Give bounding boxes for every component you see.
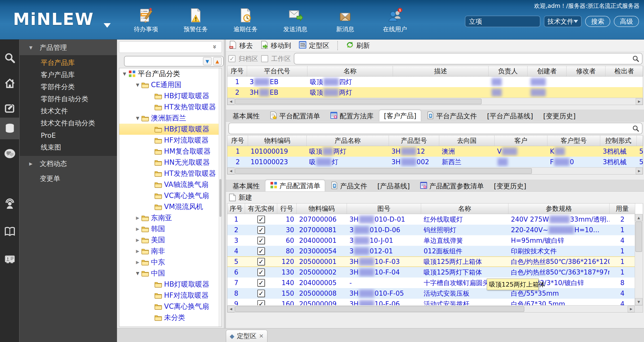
column-header[interactable]: 行号	[277, 203, 297, 214]
tree-node[interactable]: ▶韩国	[119, 223, 222, 234]
search-icon[interactable]	[632, 125, 639, 132]
tree-node[interactable]: 未分类	[119, 312, 222, 323]
column-header[interactable]: 控制形式	[600, 135, 637, 146]
close-icon[interactable]: ✕	[259, 333, 263, 339]
tree-node[interactable]: VA轴流换气扇	[119, 179, 222, 190]
table-row[interactable]: 3✓602040000013███10-J-01单边直线弹簧H=95mm/镀白锌…	[227, 235, 635, 246]
tool-warning-task[interactable]: 预警任务	[177, 8, 215, 33]
nav-item[interactable]: 线束图	[20, 141, 117, 153]
panel-splitter[interactable]	[224, 40, 226, 328]
tree-node[interactable]: ▼平台产品分类	[119, 68, 222, 79]
column-header[interactable]	[637, 135, 643, 146]
tab[interactable]: [产品基线]	[373, 181, 414, 191]
column-header[interactable]: 去向国	[439, 135, 495, 146]
tab[interactable]: 配置方法库	[326, 111, 378, 121]
instance-checkbox[interactable]: ✓	[257, 268, 265, 276]
table-row[interactable]: 2101000023吸███灯3H███002新西兰██F███03档机械5	[227, 157, 643, 167]
tool-online-users[interactable]: 1在线用户	[376, 8, 414, 33]
scroll-thumb[interactable]	[235, 168, 532, 174]
tool-new-message[interactable]: 新消息	[326, 8, 364, 33]
table-row[interactable]: 13███EB吸顶███四灯█████	[227, 77, 643, 87]
tab[interactable]: 平台产品文件	[422, 111, 481, 121]
expand-closed-icon[interactable]: ▶	[134, 226, 141, 231]
tree-node[interactable]: HT发热管取暖器	[119, 168, 222, 179]
column-header[interactable]: 参数规格	[508, 203, 610, 214]
table-row[interactable]: 7✓140204000005-十字槽自攻螺钉扁圆头（T...JIS B 1122…	[227, 278, 635, 288]
toolbar-refresh[interactable]: 刷新	[346, 41, 370, 50]
table-row[interactable]: 8✓1502050000083H███010-F-05活动式安装压板白色/55*…	[227, 288, 635, 299]
scroll-thumb[interactable]	[235, 306, 524, 312]
column-header[interactable]: 客户	[495, 135, 547, 146]
scroll-down-icon[interactable]: ▼	[635, 298, 642, 305]
expand-open-icon[interactable]: ▼	[121, 71, 128, 76]
column-header[interactable]: 修改者	[567, 66, 606, 76]
scroll-thumb[interactable]	[235, 99, 481, 104]
nav-item[interactable]: ProE	[20, 129, 117, 141]
column-header[interactable]: 有无实例	[245, 203, 277, 214]
tab[interactable]: 基本属性	[228, 181, 264, 191]
column-header[interactable]: 检出者	[606, 66, 643, 76]
column-header[interactable]: 图号	[347, 203, 421, 214]
nav-item[interactable]: 平台产品库	[20, 57, 117, 69]
tree-node[interactable]: HM复合取暖器	[119, 146, 222, 157]
scroll-left-icon[interactable]: ◀	[227, 168, 234, 174]
tree-node[interactable]: VM混流风机	[119, 201, 222, 212]
scroll-thumb[interactable]	[635, 222, 642, 252]
new-doc-icon[interactable]	[229, 194, 236, 201]
tree-node[interactable]: ▶东南亚	[119, 212, 222, 223]
tool-send-message[interactable]: 发送消息	[276, 8, 314, 33]
tree-node[interactable]: VC离心换气扇	[119, 301, 222, 312]
instance-checkbox[interactable]: ✓	[257, 247, 265, 255]
tree-node[interactable]: HB灯暖取暖器	[119, 90, 222, 101]
scroll-up-icon[interactable]: ▲	[635, 214, 642, 221]
platform-search-input[interactable]	[297, 55, 632, 62]
column-header[interactable]: 描述	[393, 66, 489, 76]
tree-node[interactable]: HF对流取暖器	[119, 135, 222, 146]
tree-collapse-bar[interactable]: »	[119, 41, 222, 53]
expand-open-icon[interactable]: ▼	[134, 82, 141, 87]
toolbar-doc-remove[interactable]: 移去	[229, 41, 253, 50]
rail-database-icon[interactable]	[0, 118, 20, 139]
column-header[interactable]: 用量	[610, 203, 635, 214]
column-header[interactable]: 名称	[307, 66, 393, 76]
tree-node[interactable]: HB灯暖取暖器	[119, 279, 222, 290]
tree-node[interactable]: HN无光取暖器	[119, 157, 222, 168]
column-header[interactable]: 负责人	[489, 66, 528, 76]
tree-node[interactable]: ▼中国	[119, 268, 222, 279]
column-header[interactable]: 创建者	[528, 66, 567, 76]
expand-closed-icon[interactable]: ▶	[134, 237, 141, 243]
rail-broadcast-user-icon[interactable]	[0, 193, 20, 215]
tree-scrollbar[interactable]	[219, 68, 222, 327]
instance-checkbox[interactable]: ✓	[257, 258, 265, 265]
scroll-left-icon[interactable]: ◀	[227, 98, 234, 105]
column-header[interactable]: 物料编码	[248, 135, 307, 146]
tree-scroll-thumb[interactable]	[219, 179, 221, 217]
rail-id-card-icon[interactable]	[0, 249, 20, 270]
rail-chat-icon[interactable]	[0, 143, 20, 164]
logo-dropdown-icon[interactable]	[104, 23, 111, 28]
nav-item[interactable]: 技术文件	[20, 105, 117, 117]
customer-search-input[interactable]	[231, 125, 632, 132]
rail-book-icon[interactable]	[0, 221, 20, 243]
nav-item-change-order[interactable]: 变更单	[20, 172, 117, 186]
column-header[interactable]: 客户型号	[547, 135, 600, 146]
archive-checkbox[interactable]: ✓	[228, 55, 235, 62]
table-row[interactable]: 23H██EB吸顶███两灯█████	[227, 87, 643, 98]
filter-up-button[interactable]: ▲	[213, 57, 222, 65]
table-row[interactable]: 1101000019吸顶██两灯3H███12澳洲V███K██3档机械5	[227, 146, 643, 157]
expand-open-icon[interactable]: ▼	[134, 271, 141, 276]
rail-edit-icon[interactable]	[0, 97, 20, 119]
filter-down-button[interactable]: ▼	[203, 57, 212, 65]
nav-item[interactable]: 客户产品库	[20, 69, 117, 81]
table-row[interactable]: 4✓802030000543███012-01012面板组件印刷按技术文件1	[227, 246, 635, 256]
tool-overdue-task[interactable]: 逾期任务	[227, 8, 264, 33]
instance-checkbox[interactable]: ✓	[257, 237, 265, 244]
new-button[interactable]: 新建	[238, 193, 252, 202]
nav-item[interactable]: 零部件分类	[20, 81, 117, 93]
table-row[interactable]: 2✓302070000813███010-D-06钨丝照明灯220-240V~ …	[227, 225, 635, 235]
tree-node[interactable]: VC离心换气扇	[119, 190, 222, 201]
table-row[interactable]: 1✓102070000063H███010-D-01红外线取暖灯240V 275…	[227, 214, 635, 225]
tab[interactable]: [客户产品]	[379, 110, 421, 121]
instance-checkbox[interactable]: ✓	[257, 290, 265, 297]
nav-section-doc-activity[interactable]: ▶文档动态	[20, 156, 117, 172]
